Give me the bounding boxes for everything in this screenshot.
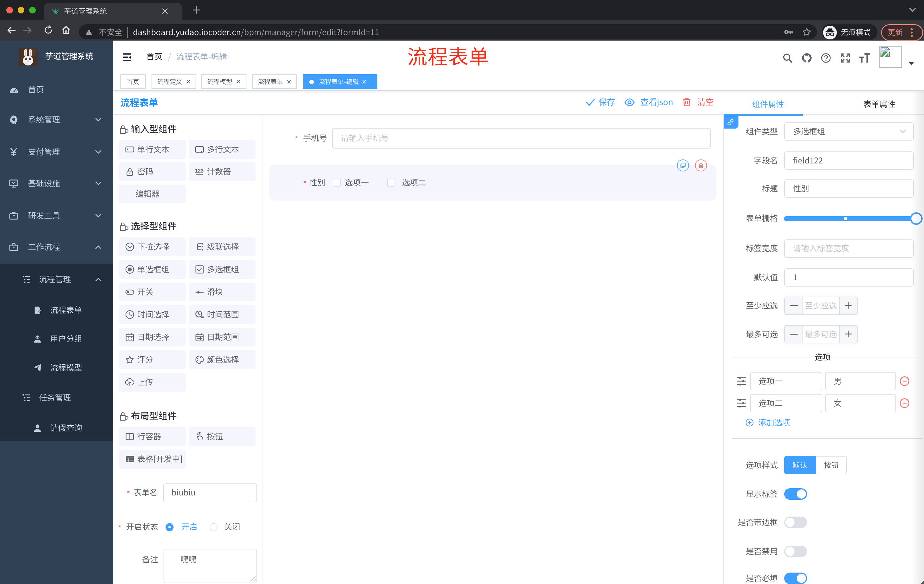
svg-text:123: 123 <box>195 168 203 174</box>
